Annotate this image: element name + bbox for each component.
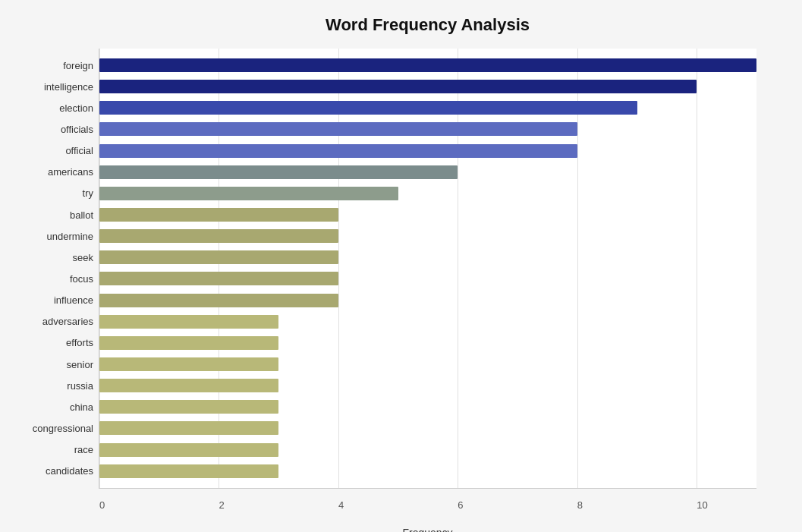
bar-label: ballot: [2, 209, 93, 221]
bar-row: russia: [99, 377, 756, 394]
bar-label: official: [2, 145, 93, 156]
bar-row: influence: [99, 292, 756, 309]
bar: [99, 58, 756, 72]
bar-label: russia: [2, 380, 93, 392]
bar-row: senior: [99, 356, 756, 373]
bar: [99, 144, 577, 158]
bar-label: seek: [2, 252, 93, 263]
bar: [99, 421, 278, 435]
bar-row: seek: [99, 249, 756, 266]
bar-label: try: [2, 187, 93, 199]
bar-label: senior: [2, 359, 93, 370]
bar-label: officials: [2, 124, 93, 135]
chart-area: foreignintelligenceelectionofficialsoffi…: [99, 49, 756, 489]
bar-label: efforts: [2, 337, 93, 348]
bar-label: adversaries: [2, 316, 93, 327]
bar-label: americans: [2, 166, 93, 178]
bar: [99, 400, 278, 414]
bar: [99, 208, 338, 222]
bars-container: foreignintelligenceelectionofficialsoffi…: [99, 49, 756, 488]
bar: [99, 443, 278, 457]
bar-label: undermine: [2, 231, 93, 242]
bar: [99, 165, 458, 179]
bar-row: undermine: [99, 228, 756, 244]
bar: [99, 294, 338, 307]
bar-row: intelligence: [99, 78, 756, 95]
bar: [99, 80, 697, 93]
bar-row: foreign: [99, 57, 756, 74]
bar-row: adversaries: [99, 313, 756, 330]
x-axis: 0 2 4 6 8 10: [99, 499, 756, 511]
bar: [99, 122, 577, 136]
bar-label: influence: [2, 294, 93, 306]
bar: [99, 101, 637, 115]
bar: [99, 250, 338, 264]
bar-row: china: [99, 398, 756, 415]
bar-row: ballot: [99, 206, 756, 223]
bar: [99, 315, 278, 329]
bar-label: race: [2, 444, 93, 455]
bar-row: congressional: [99, 420, 756, 436]
bar-row: americans: [99, 164, 756, 181]
bar-row: focus: [99, 270, 756, 287]
x-axis-title: Frequency: [99, 527, 756, 532]
bar-row: officials: [99, 121, 756, 137]
bar-row: race: [99, 442, 756, 458]
bar-row: official: [99, 143, 756, 159]
chart-container: Word Frequency Analysis foreignintellige…: [0, 0, 802, 532]
bar-label: focus: [2, 273, 93, 285]
bar-row: efforts: [99, 335, 756, 351]
chart-title: Word Frequency Analysis: [99, 15, 756, 35]
bar-label: congressional: [2, 423, 93, 434]
bar: [99, 379, 278, 392]
bar-label: candidates: [2, 465, 93, 477]
bar-label: foreign: [2, 60, 93, 71]
bar: [99, 187, 398, 200]
bar-row: try: [99, 185, 756, 202]
bar-label: election: [2, 102, 93, 114]
bar: [99, 464, 278, 478]
bar: [99, 272, 338, 285]
bar-label: china: [2, 401, 93, 413]
bar: [99, 357, 278, 371]
bar: [99, 229, 338, 243]
bar-row: election: [99, 99, 756, 116]
bar-label: intelligence: [2, 81, 93, 93]
bar-row: candidates: [99, 463, 756, 480]
bar: [99, 336, 278, 350]
